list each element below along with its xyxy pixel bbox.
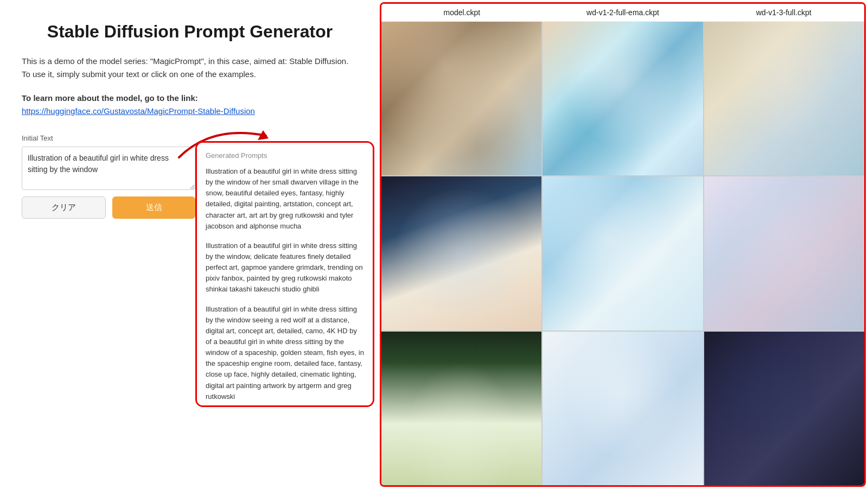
- initial-text-input[interactable]: Illustration of a beautiful girl in whit…: [22, 147, 195, 190]
- grid-image-8: [542, 332, 703, 485]
- prompt-3: Illustration of a beautiful girl in whit…: [206, 304, 364, 402]
- grid-image-7: [381, 332, 541, 485]
- prompt-1: Illustration of a beautiful girl in whit…: [206, 166, 364, 232]
- grid-image-4: [381, 176, 541, 330]
- generated-prompts-box: Generated Prompts Illustration of a beau…: [195, 141, 374, 407]
- model-col-1: model.ckpt: [381, 8, 542, 17]
- button-row: クリア 送信: [22, 196, 195, 219]
- learn-more-link[interactable]: https://huggingface.co/Gustavosta/MagicP…: [22, 106, 255, 116]
- grid-image-9: [704, 332, 864, 485]
- grid-image-1: [381, 22, 541, 175]
- image-grid: [381, 22, 864, 485]
- page-title: Stable Diffusion Prompt Generator: [22, 22, 358, 42]
- grid-image-6: [704, 176, 864, 330]
- grid-image-2: [542, 22, 703, 175]
- generated-label: Generated Prompts: [206, 151, 364, 160]
- grid-image-5: [542, 176, 703, 330]
- model-col-3: wd-v1-3-full.ckpt: [703, 8, 864, 17]
- clear-button[interactable]: クリア: [22, 196, 106, 219]
- submit-button[interactable]: 送信: [112, 196, 195, 219]
- left-panel: Stable Diffusion Prompt Generator This i…: [0, 0, 380, 489]
- model-col-2: wd-v1-2-full-ema.ckpt: [542, 8, 704, 17]
- grid-image-3: [704, 22, 864, 175]
- model-header: model.ckpt wd-v1-2-full-ema.ckpt wd-v1-3…: [381, 4, 864, 22]
- description-text: This is a demo of the model series: "Mag…: [22, 55, 358, 81]
- prompt-2: Illustration of a beautiful girl in whit…: [206, 240, 364, 295]
- learn-more-text: To learn more about the model, go to the…: [22, 92, 358, 118]
- learn-more-label: To learn more about the model, go to the…: [22, 93, 198, 103]
- right-panel: model.ckpt wd-v1-2-full-ema.ckpt wd-v1-3…: [380, 2, 866, 487]
